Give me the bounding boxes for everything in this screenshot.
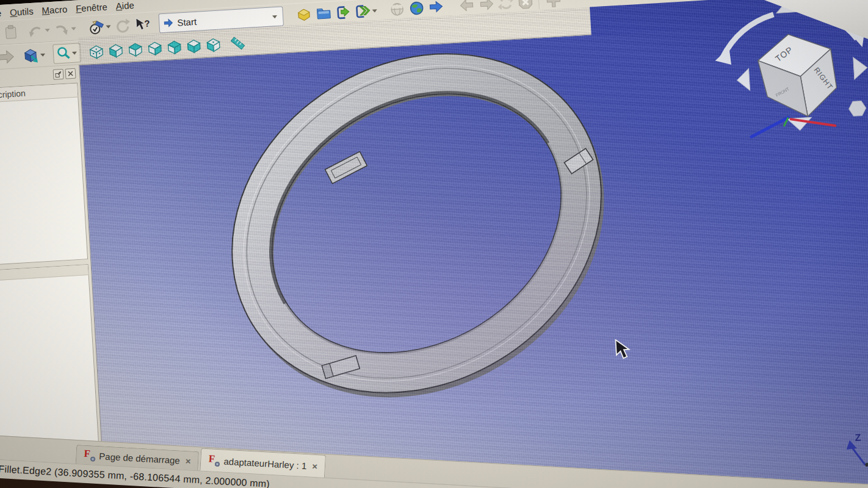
magnifier-icon xyxy=(55,45,71,62)
axis-indicator: Z xyxy=(840,424,868,488)
zoom-dropdown[interactable] xyxy=(72,51,77,54)
menu-item-aide[interactable]: Aide xyxy=(111,0,139,13)
redo-dropdown[interactable] xyxy=(71,27,76,30)
globe-gray-icon xyxy=(389,1,405,18)
tab-label: Page de démarrage xyxy=(99,451,180,465)
menu-item-fenetre[interactable]: Fenêtre xyxy=(71,0,112,15)
gray-plus-icon xyxy=(544,0,562,9)
web-browser-button[interactable] xyxy=(407,0,427,18)
viewport-3d[interactable]: TOP RIGHT FRONT Z xyxy=(79,18,868,488)
pan-right-arrow[interactable] xyxy=(853,57,868,79)
right-view-cube-icon xyxy=(146,39,164,57)
dock-float-button[interactable] xyxy=(53,69,64,80)
axis-z-label: Z xyxy=(855,432,861,443)
paste-button[interactable] xyxy=(1,22,21,43)
dock-close-button[interactable] xyxy=(65,68,76,79)
workbench-dropdown[interactable] xyxy=(272,15,277,18)
open-file-button[interactable] xyxy=(313,4,334,24)
stop-button[interactable] xyxy=(515,0,535,12)
add-button[interactable] xyxy=(543,0,563,10)
tree-column-header: Description xyxy=(0,84,78,104)
macro-record-icon xyxy=(87,18,105,36)
view-right-button[interactable] xyxy=(145,38,165,59)
view-forward-button[interactable] xyxy=(0,47,16,68)
redo-icon xyxy=(53,21,70,37)
freecad-doc-icon: F xyxy=(84,450,95,461)
property-editor-header xyxy=(0,265,89,281)
fit-all-button[interactable] xyxy=(20,45,41,66)
view-front-button[interactable] xyxy=(106,40,126,61)
nav-mini-cube[interactable] xyxy=(848,101,866,117)
tab-label: adaptateurHarley : 1 xyxy=(223,456,307,471)
gray-forward-icon xyxy=(477,0,495,13)
freecad-window: hage Outils Macro Fenêtre Aide xyxy=(0,0,868,488)
bottom-view-cube-icon xyxy=(185,37,203,55)
import-button[interactable] xyxy=(333,2,353,23)
tab-close-button[interactable]: × xyxy=(311,461,318,472)
start-arrow-icon xyxy=(163,16,174,29)
cube-axis-x-blue xyxy=(750,118,789,137)
export-icon xyxy=(354,3,371,20)
nav-forward-button[interactable] xyxy=(476,0,497,15)
nav-back-button[interactable] xyxy=(457,0,477,15)
macro-record-button[interactable] xyxy=(86,17,107,38)
view-rear-button[interactable] xyxy=(164,37,185,57)
big-forward-arrow-icon xyxy=(0,48,16,67)
undo-icon xyxy=(27,23,43,39)
new-part-icon xyxy=(295,7,312,23)
top-view-cube-icon xyxy=(126,40,145,59)
svg-text:?: ? xyxy=(143,18,150,29)
fit-all-icon xyxy=(21,46,40,65)
front-view-cube-icon xyxy=(107,41,125,60)
ruler-icon xyxy=(229,34,247,52)
whats-this-button[interactable]: ? xyxy=(132,14,153,35)
axonometric-cube-icon xyxy=(87,43,106,61)
macro-dropdown[interactable] xyxy=(106,25,110,28)
zoom-tool-group xyxy=(52,43,81,64)
gray-back-icon xyxy=(458,0,476,14)
forward-page-button[interactable] xyxy=(426,0,447,17)
menu-item-outils[interactable]: Outils xyxy=(5,4,38,19)
blue-forward-icon xyxy=(427,0,444,15)
left-view-cube-icon xyxy=(204,35,223,54)
nav-refresh-button[interactable] xyxy=(495,0,516,13)
view-bottom-button[interactable] xyxy=(184,35,204,56)
menu-item-macro[interactable]: Macro xyxy=(37,2,72,16)
rear-view-cube-icon xyxy=(165,38,184,56)
view-axonometric-button[interactable] xyxy=(86,41,107,62)
paste-icon xyxy=(2,24,19,40)
refresh-button[interactable] xyxy=(112,15,133,36)
new-document-button[interactable] xyxy=(294,4,314,25)
model-tree[interactable]: Description xyxy=(0,83,88,265)
fit-all-dropdown[interactable] xyxy=(40,53,45,56)
import-icon xyxy=(335,4,351,21)
measure-button[interactable] xyxy=(228,33,248,54)
float-icon xyxy=(55,71,62,78)
gray-stop-icon xyxy=(516,0,534,10)
export-button[interactable] xyxy=(352,1,373,22)
freecad-doc-icon: F xyxy=(208,454,220,466)
view-top-button[interactable] xyxy=(125,39,146,60)
redo-button[interactable] xyxy=(51,19,72,40)
globe-earth-icon xyxy=(408,0,425,16)
refresh-icon xyxy=(114,17,131,34)
tab-close-button[interactable]: × xyxy=(184,455,191,466)
undo-button[interactable] xyxy=(25,21,46,41)
pan-left-arrow[interactable] xyxy=(737,68,750,91)
web-offline-button[interactable] xyxy=(387,0,408,20)
close-icon xyxy=(67,70,74,77)
view-left-button[interactable] xyxy=(203,34,224,55)
open-folder-icon xyxy=(315,5,332,23)
undo-dropdown[interactable] xyxy=(45,29,50,32)
export-dropdown[interactable] xyxy=(372,9,377,12)
gray-refresh-icon xyxy=(497,0,515,12)
workbench-value: Start xyxy=(177,12,269,27)
model-ring[interactable] xyxy=(158,18,678,474)
whats-this-icon: ? xyxy=(133,16,150,33)
zoom-button[interactable] xyxy=(54,45,73,63)
mouse-cursor xyxy=(614,338,635,361)
